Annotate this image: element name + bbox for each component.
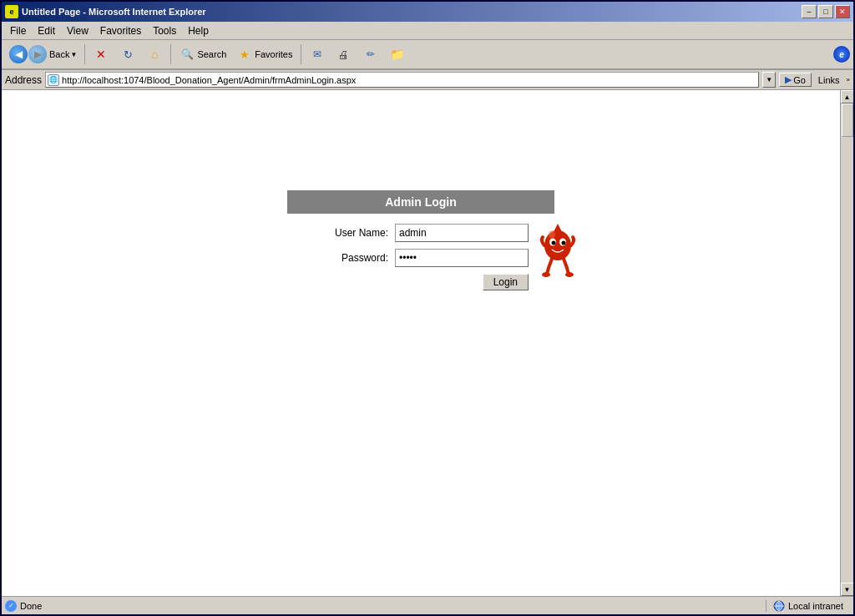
page-content: Admin Login	[2, 90, 840, 596]
folder-button[interactable]: 📁	[385, 43, 410, 66]
toolbar-separator-1	[84, 44, 85, 64]
svg-point-7	[565, 272, 574, 277]
login-title-bar: Admin Login	[287, 190, 554, 214]
username-row: User Name:	[313, 224, 529, 242]
stop-icon: ✕	[93, 46, 109, 63]
browser-icon: e	[5, 5, 18, 18]
mail-icon: ✉	[309, 46, 326, 63]
back-arrow-icon: ◀	[9, 45, 28, 63]
svg-point-5	[562, 241, 566, 245]
menu-tools[interactable]: Tools	[148, 23, 181, 38]
password-input[interactable]	[395, 249, 529, 267]
status-intranet: Local intranet	[766, 600, 850, 612]
search-label: Search	[197, 49, 226, 59]
links-button[interactable]: Links	[815, 75, 843, 85]
login-title: Admin Login	[385, 195, 457, 209]
password-label: Password:	[313, 252, 388, 264]
toolbar-separator-2	[170, 44, 171, 64]
edit-button[interactable]: ✏	[358, 43, 383, 66]
back-label: Back	[49, 49, 69, 59]
scrollbar-thumb[interactable]	[842, 104, 853, 137]
address-label: Address	[5, 74, 42, 86]
login-button-row: Login	[313, 274, 529, 290]
svg-point-8	[549, 230, 555, 239]
mail-button[interactable]: ✉	[305, 43, 330, 66]
scrollbar-right: ▲ ▼	[840, 90, 853, 596]
back-button[interactable]: ◀ ▶ Back ▼	[5, 43, 81, 66]
address-dropdown[interactable]: ▼	[762, 72, 776, 88]
forward-arrow-icon: ▶	[28, 45, 47, 63]
favorites-label: Favorites	[255, 49, 292, 59]
address-text[interactable]: http://localhost:1074/Blood_Donation_Age…	[62, 75, 756, 85]
svg-point-6	[542, 272, 550, 277]
title-bar-left: e Untitled Page - Microsoft Internet Exp…	[5, 5, 206, 18]
home-icon: ⌂	[146, 46, 163, 63]
menu-help[interactable]: Help	[183, 23, 214, 38]
content-area: Admin Login	[2, 90, 853, 596]
intranet-icon	[773, 600, 785, 612]
login-container: Admin Login	[287, 190, 554, 300]
status-text: Done	[20, 601, 42, 611]
done-icon: ✓	[5, 600, 17, 612]
menu-bar: File Edit View Favorites Tools Help	[2, 22, 853, 40]
search-icon: 🔍	[179, 46, 195, 63]
page-icon: 🌐	[48, 74, 59, 86]
scroll-down-button[interactable]: ▼	[841, 583, 854, 596]
refresh-button[interactable]: ↻	[115, 43, 140, 66]
login-form: User Name: Password: Login	[313, 214, 529, 300]
login-button[interactable]: Login	[483, 274, 529, 290]
address-bar: Address 🌐 http://localhost:1074/Blood_Do…	[2, 70, 853, 90]
zone-text: Local intranet	[788, 601, 843, 611]
maximize-button[interactable]: □	[818, 5, 833, 18]
links-expand-icon: »	[847, 76, 850, 83]
toolbar: ◀ ▶ Back ▼ ✕ ↻ ⌂ 🔍 Search ★ Favorites ✉ …	[2, 40, 853, 70]
mascot	[537, 222, 579, 276]
menu-favorites[interactable]: Favorites	[95, 23, 146, 38]
favorites-button[interactable]: ★ Favorites	[232, 43, 296, 66]
go-button[interactable]: ▶ Go	[779, 73, 812, 87]
ie-logo-icon: e	[833, 46, 850, 63]
window-controls: – □ ✕	[802, 5, 850, 18]
svg-point-4	[552, 241, 556, 245]
go-label: Go	[793, 75, 806, 85]
minimize-button[interactable]: –	[802, 5, 817, 18]
print-icon: 🖨	[336, 46, 352, 63]
stop-button[interactable]: ✕	[89, 43, 114, 66]
username-label: User Name:	[313, 227, 388, 239]
scrollbar-track	[841, 104, 854, 583]
edit-icon: ✏	[362, 46, 379, 63]
close-button[interactable]: ✕	[835, 5, 850, 18]
status-bar: ✓ Done Local intranet	[2, 596, 853, 614]
go-arrow-icon: ▶	[785, 74, 792, 85]
menu-file[interactable]: File	[5, 23, 31, 38]
folder-icon: 📁	[389, 46, 406, 63]
star-icon: ★	[236, 46, 253, 63]
address-input-wrap: 🌐 http://localhost:1074/Blood_Donation_A…	[45, 72, 759, 88]
search-button[interactable]: 🔍 Search	[175, 43, 230, 66]
username-input[interactable]	[395, 224, 529, 242]
browser-window: e Untitled Page - Microsoft Internet Exp…	[0, 0, 855, 616]
home-button[interactable]: ⌂	[142, 43, 167, 66]
toolbar-separator-3	[301, 44, 301, 64]
refresh-icon: ↻	[119, 46, 136, 63]
back-dropdown-icon: ▼	[70, 51, 77, 58]
password-row: Password:	[313, 249, 529, 267]
title-bar: e Untitled Page - Microsoft Internet Exp…	[2, 2, 853, 22]
scroll-up-button[interactable]: ▲	[841, 90, 854, 104]
menu-edit[interactable]: Edit	[33, 23, 60, 38]
window-title: Untitled Page - Microsoft Internet Explo…	[22, 7, 206, 17]
status-done: ✓ Done	[5, 600, 762, 612]
menu-view[interactable]: View	[62, 23, 94, 38]
print-button[interactable]: 🖨	[331, 43, 357, 66]
